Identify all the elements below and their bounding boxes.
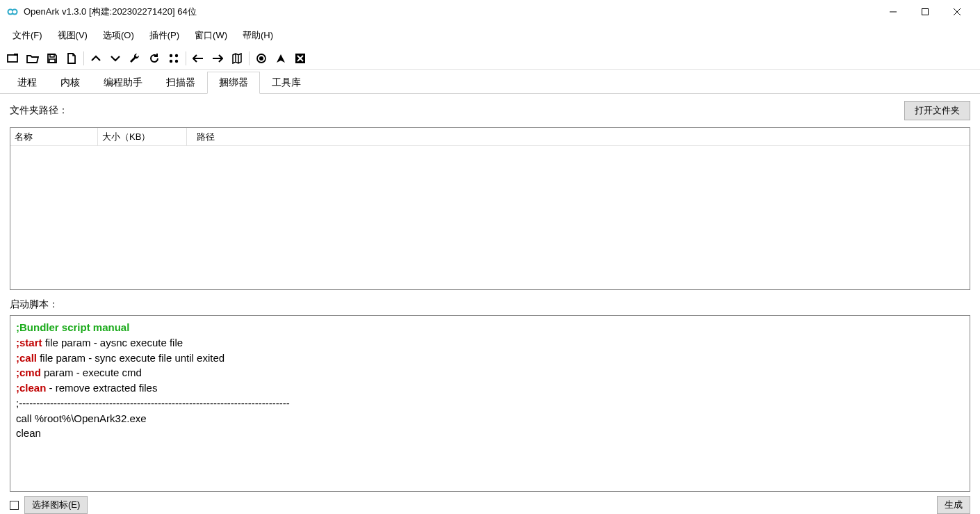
menu-options[interactable]: 选项(O)	[96, 26, 141, 45]
svg-rect-8	[8, 55, 17, 62]
script-keyword: ;clean	[16, 382, 46, 394]
svg-point-13	[175, 54, 178, 56]
toolbar-folder-icon[interactable]	[24, 49, 42, 67]
toolbar-back-icon[interactable]	[189, 49, 207, 67]
script-text: - remove extracted files	[46, 382, 157, 394]
script-editor[interactable]: ;Bundler script manual ;start file param…	[10, 315, 970, 492]
svg-rect-5	[922, 9, 929, 15]
toolbar-close-icon[interactable]	[291, 49, 309, 67]
script-text: param - execute cmd	[41, 367, 142, 378]
script-line: clean	[16, 426, 964, 441]
window-controls	[877, 1, 973, 22]
svg-point-2	[9, 10, 13, 14]
toolbar	[0, 47, 980, 70]
svg-point-3	[13, 10, 17, 14]
file-list[interactable]: 名称 大小（KB） 路径	[10, 127, 970, 290]
toolbar-grid-icon[interactable]	[165, 49, 183, 67]
script-line: ;Bundler script manual	[16, 321, 129, 333]
script-label: 启动脚本：	[10, 298, 970, 311]
toolbar-save-icon[interactable]	[43, 49, 61, 67]
menu-help[interactable]: 帮助(H)	[236, 26, 280, 45]
toolbar-down-icon[interactable]	[106, 49, 124, 67]
open-folder-button[interactable]: 打开文件夹	[904, 101, 970, 120]
toolbar-target-icon[interactable]	[252, 49, 270, 67]
toolbar-forward-icon[interactable]	[209, 49, 227, 67]
svg-point-15	[175, 59, 178, 62]
script-line: call %root%\OpenArk32.exe	[16, 411, 964, 426]
svg-rect-9	[14, 54, 18, 56]
svg-point-12	[170, 54, 172, 56]
script-keyword: ;call	[16, 352, 37, 364]
toolbar-up-icon[interactable]	[87, 49, 105, 67]
toolbar-open-icon[interactable]	[4, 49, 22, 67]
tab-scanner[interactable]: 扫描器	[154, 72, 207, 94]
toolbar-separator	[186, 51, 186, 65]
svg-point-17	[259, 56, 263, 61]
tab-bundler[interactable]: 捆绑器	[207, 72, 260, 94]
tab-kernel[interactable]: 内核	[49, 72, 92, 94]
toolbar-wrench-icon[interactable]	[126, 49, 144, 67]
icon-checkbox[interactable]	[10, 501, 19, 510]
menu-window[interactable]: 窗口(W)	[188, 26, 234, 45]
column-path[interactable]: 路径	[187, 128, 970, 145]
toolbar-refresh-icon[interactable]	[145, 49, 163, 67]
minimize-button[interactable]	[877, 1, 909, 22]
folder-path-label: 文件夹路径：	[10, 104, 68, 117]
column-name[interactable]: 名称	[10, 128, 98, 145]
column-size[interactable]: 大小（KB）	[98, 128, 187, 145]
window-title: OpenArk v1.3.0 [构建:202302271420] 64位	[24, 6, 877, 18]
close-button[interactable]	[941, 1, 973, 22]
svg-point-14	[170, 59, 172, 62]
menu-plugin[interactable]: 插件(P)	[142, 26, 186, 45]
bundler-panel: 文件夹路径： 打开文件夹 名称 大小（KB） 路径 启动脚本： ;Bundler…	[0, 94, 980, 514]
svg-rect-10	[50, 54, 54, 57]
app-icon	[7, 6, 18, 17]
script-keyword: ;start	[16, 337, 42, 348]
folder-path-row: 文件夹路径： 打开文件夹	[10, 101, 970, 120]
menubar: 文件(F) 视图(V) 选项(O) 插件(P) 窗口(W) 帮助(H)	[0, 24, 980, 47]
toolbar-map-icon[interactable]	[228, 49, 246, 67]
toolbar-separator	[249, 51, 250, 65]
script-keyword: ;cmd	[16, 367, 41, 378]
menu-view[interactable]: 视图(V)	[51, 26, 95, 45]
tab-toolkits[interactable]: 工具库	[260, 72, 313, 94]
script-text: file param - aysnc execute file	[42, 337, 183, 348]
main-tabs: 进程 内核 编程助手 扫描器 捆绑器 工具库	[0, 71, 980, 94]
toolbar-new-icon[interactable]	[63, 49, 81, 67]
script-text: file param - sync execute file until exi…	[37, 352, 224, 364]
maximize-button[interactable]	[909, 1, 941, 22]
toolbar-send-icon[interactable]	[272, 49, 290, 67]
titlebar: OpenArk v1.3.0 [构建:202302271420] 64位	[0, 0, 980, 24]
toolbar-separator	[83, 51, 84, 65]
select-icon-button[interactable]: 选择图标(E)	[24, 496, 88, 514]
generate-button[interactable]: 生成	[937, 496, 970, 514]
svg-rect-11	[49, 59, 55, 63]
menu-file[interactable]: 文件(F)	[6, 26, 49, 45]
file-list-header: 名称 大小（KB） 路径	[10, 128, 970, 146]
script-line: ;---------------------------------------…	[16, 396, 964, 411]
tab-helper[interactable]: 编程助手	[92, 72, 154, 94]
bottom-row: 选择图标(E) 生成	[10, 496, 970, 514]
tab-process[interactable]: 进程	[6, 72, 49, 94]
